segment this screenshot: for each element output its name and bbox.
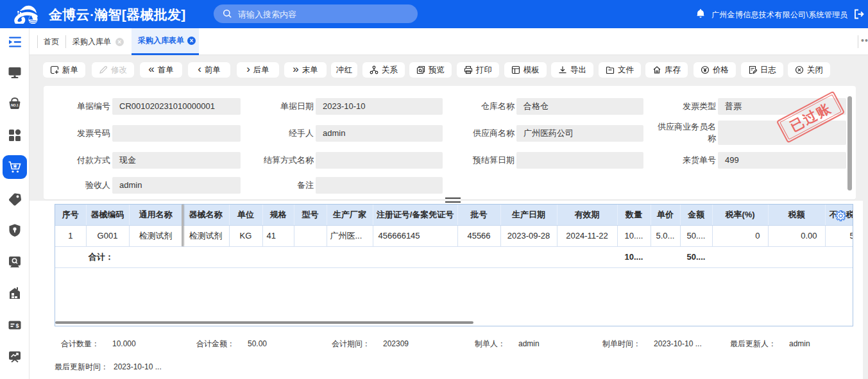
svg-text:$: $ xyxy=(15,323,19,329)
svg-text:NO.1: NO.1 xyxy=(11,103,19,107)
